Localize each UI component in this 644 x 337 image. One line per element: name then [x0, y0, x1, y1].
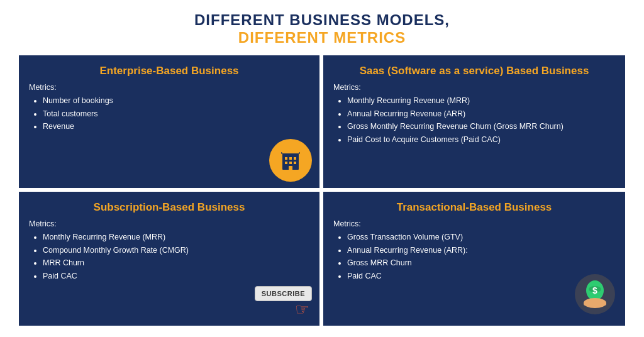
- building-icon-area: [269, 139, 312, 182]
- svg-text:$: $: [592, 285, 597, 296]
- subscription-metrics-list: Monthly Recurring Revenue (MRR) Compound…: [29, 231, 309, 283]
- header-title-line2: DIFFERENT METRICS: [19, 29, 625, 47]
- transactional-card-title: Transactional-Based Business: [333, 201, 615, 214]
- subscription-card: Subscription-Based Business Metrics: Mon…: [19, 192, 321, 326]
- page-header: DIFFERENT BUSINESS MODELS, DIFFERENT MET…: [19, 11, 625, 47]
- list-item: Paid CAC: [43, 270, 309, 283]
- list-item: MRR Churn: [43, 257, 309, 270]
- list-item: Number of bookings: [43, 94, 309, 108]
- money-icon-area: $: [572, 272, 618, 319]
- svg-rect-2: [285, 157, 287, 160]
- building-svg: [277, 147, 304, 174]
- saas-card-title: Saas (Software as a service) Based Busin…: [333, 64, 615, 78]
- header-title-line1: DIFFERENT BUSINESS MODELS,: [19, 11, 625, 29]
- svg-rect-7: [294, 162, 296, 164]
- subscription-metrics-label: Metrics:: [29, 219, 309, 228]
- svg-rect-16: [584, 302, 606, 306]
- enterprise-metrics-list: Number of bookings Total customers Reven…: [29, 94, 309, 133]
- svg-marker-10: [280, 148, 301, 153]
- list-item: Gross Transaction Volume (GTV): [347, 231, 615, 244]
- list-item: Revenue: [43, 120, 309, 133]
- transactional-metrics-label: Metrics:: [333, 219, 615, 228]
- cursor-icon: ☞: [295, 300, 309, 319]
- subscribe-icon-area: SUBSCRIBE ☞: [255, 286, 312, 319]
- saas-metrics-list: Monthly Recurring Revenue (MRR) Annual R…: [333, 94, 615, 146]
- list-item: Annual Recurring Revenue (ARR): [347, 108, 615, 121]
- transactional-card: Transactional-Based Business Metrics: Gr…: [323, 192, 625, 326]
- svg-rect-3: [289, 157, 292, 160]
- subscribe-button-graphic: SUBSCRIBE: [255, 286, 312, 301]
- list-item: Paid Cost to Acquire Customers (Paid CAC…: [347, 133, 615, 146]
- enterprise-metrics-label: Metrics:: [29, 83, 309, 92]
- list-item: Monthly Recurring Revenue (MRR): [43, 231, 309, 244]
- enterprise-card: Enterprise-Based Business Metrics: Numbe…: [19, 55, 321, 189]
- svg-rect-4: [294, 157, 296, 160]
- list-item: Monthly Recurring Revenue (MRR): [347, 94, 615, 108]
- building-icon: [269, 139, 312, 182]
- list-item: Compound Monthly Growth Rate (CMGR): [43, 244, 309, 257]
- saas-card: Saas (Software as a service) Based Busin…: [323, 55, 625, 189]
- svg-rect-8: [289, 166, 292, 170]
- svg-rect-5: [285, 162, 287, 164]
- list-item: Gross Monthly Recurring Revenue Churn (G…: [347, 120, 615, 133]
- subscription-card-title: Subscription-Based Business: [29, 201, 309, 214]
- cards-grid: Enterprise-Based Business Metrics: Numbe…: [19, 55, 625, 326]
- page-wrapper: DIFFERENT BUSINESS MODELS, DIFFERENT MET…: [0, 0, 644, 337]
- money-icon: $: [572, 272, 618, 317]
- saas-metrics-label: Metrics:: [333, 83, 615, 92]
- enterprise-card-title: Enterprise-Based Business: [29, 64, 309, 78]
- subscribe-icon: SUBSCRIBE ☞: [255, 286, 312, 319]
- list-item: Gross MRR Churn: [347, 257, 615, 270]
- list-item: Annual Recurring Revenue (ARR):: [347, 244, 615, 257]
- svg-rect-6: [289, 162, 292, 164]
- list-item: Total customers: [43, 108, 309, 121]
